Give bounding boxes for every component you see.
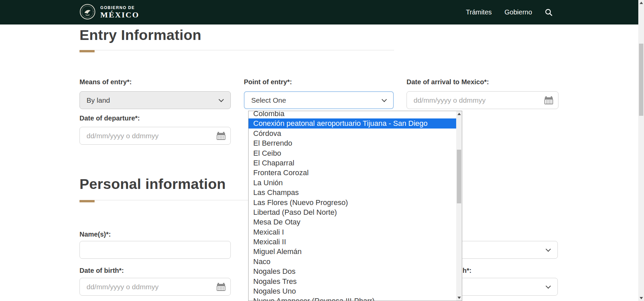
- brand-line1: GOBIERNO DE: [100, 5, 139, 10]
- names-label: Name(s)*:: [79, 231, 111, 238]
- dropdown-option[interactable]: La Unión: [249, 178, 456, 188]
- dropdown-option[interactable]: Libertad (Paso Del Norte): [249, 207, 456, 217]
- date-departure-label: Date of departure*:: [79, 114, 140, 122]
- dropdown-option[interactable]: Nogales Uno: [249, 286, 456, 296]
- dropdown-option[interactable]: Las Flores (Nuevo Progreso): [249, 198, 456, 207]
- personal-section-accent-bar: [79, 200, 95, 202]
- dropdown-option[interactable]: Naco: [249, 257, 456, 266]
- dropdown-option[interactable]: Las Champas: [249, 188, 456, 197]
- label-fragment-right: h*:: [463, 267, 472, 274]
- header-nav: Trámites Gobierno: [466, 0, 553, 24]
- gobierno-mexico-logo[interactable]: GOBIERNO DE MÉXICO: [79, 4, 139, 21]
- dropdown-option[interactable]: Nogales Tres: [249, 277, 456, 286]
- chevron-down-icon: [382, 97, 387, 102]
- names-input[interactable]: [79, 241, 231, 259]
- point-of-entry-label: Point of entry*:: [244, 78, 292, 86]
- means-of-entry-select[interactable]: By land: [79, 91, 231, 109]
- dropdown-option[interactable]: El Berrendo: [249, 138, 456, 148]
- scroll-up-icon[interactable]: [638, 0, 644, 6]
- point-of-entry-value: Select One: [251, 96, 286, 104]
- entry-information-title: Entry Information: [79, 27, 201, 43]
- page-scrollbar-thumb[interactable]: [639, 44, 643, 116]
- point-of-entry-dropdown: ColombiaConexión peatonal aeroportuario …: [248, 111, 462, 301]
- dropdown-option[interactable]: El Ceibo: [249, 148, 456, 158]
- dropdown-option[interactable]: Mesa De Otay: [249, 217, 456, 227]
- dropdown-option[interactable]: Miguel Alemán: [249, 247, 456, 256]
- means-of-entry-value: By land: [87, 96, 110, 104]
- dropdown-option[interactable]: Conexión peatonal aeroportuario Tijuana …: [249, 118, 456, 128]
- dropdown-option[interactable]: Mexicali I: [249, 227, 456, 237]
- dropdown-option[interactable]: Nuevo Amanecer (Reynosa III-Pharr): [249, 296, 456, 301]
- nav-link-tramites[interactable]: Trámites: [466, 8, 492, 16]
- point-of-entry-select[interactable]: Select One: [244, 91, 394, 109]
- date-arrival-input[interactable]: [407, 91, 558, 109]
- date-birth-label: Date of birth*:: [79, 267, 124, 274]
- dropdown-scrollbar-thumb[interactable]: [457, 150, 461, 203]
- chevron-down-icon: [219, 97, 224, 102]
- dropdown-scrollbar[interactable]: [456, 111, 462, 301]
- date-birth-input[interactable]: [79, 278, 231, 296]
- mexico-seal-icon: [79, 4, 96, 21]
- personal-information-title: Personal information: [79, 176, 226, 192]
- dropdown-option[interactable]: Frontera Corozal: [249, 168, 456, 178]
- entry-section-divider: [79, 50, 394, 50]
- dropdown-option[interactable]: Nogales Dos: [249, 266, 456, 276]
- entry-section-accent-bar: [79, 50, 95, 52]
- dropdown-option[interactable]: Colombia: [249, 111, 456, 118]
- dropdown-option-list: ColombiaConexión peatonal aeroportuario …: [249, 111, 456, 301]
- chevron-down-icon: [546, 284, 551, 289]
- scroll-up-icon[interactable]: [456, 111, 462, 117]
- gobierno-mexico-header: GOBIERNO DE MÉXICO Trámites Gobierno: [0, 0, 644, 24]
- means-of-entry-label: Means of entry*:: [79, 78, 132, 86]
- dropdown-option[interactable]: Córdova: [249, 129, 456, 138]
- immigration-form-page: GOBIERNO DE MÉXICO Trámites Gobierno Ent…: [0, 0, 644, 301]
- dropdown-option[interactable]: El Chaparral: [249, 158, 456, 168]
- search-icon[interactable]: [545, 8, 553, 16]
- page-scrollbar[interactable]: [638, 0, 644, 301]
- date-departure-input[interactable]: [79, 127, 231, 145]
- scroll-down-icon[interactable]: [638, 295, 644, 301]
- scroll-down-icon[interactable]: [456, 295, 462, 301]
- chevron-down-icon: [546, 247, 551, 252]
- nav-link-gobierno[interactable]: Gobierno: [504, 8, 532, 16]
- date-arrival-label: Date of arrival to Mexico*:: [407, 78, 489, 86]
- brand-line2: MÉXICO: [100, 10, 139, 19]
- dropdown-option[interactable]: Mexicali II: [249, 237, 456, 247]
